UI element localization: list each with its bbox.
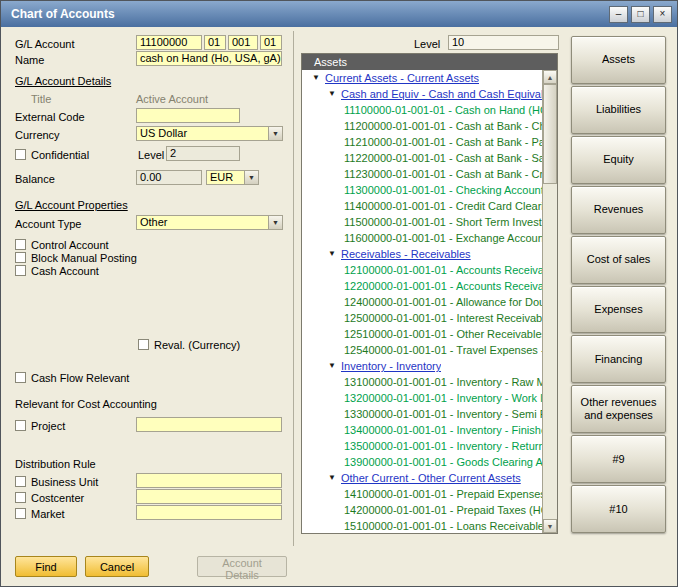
tree-row-label[interactable]: 13400000-01-001-01 - Inventory - Finishe…	[344, 422, 542, 438]
cash-flow-relevant-checkbox[interactable]	[15, 372, 26, 383]
project-input[interactable]	[136, 417, 282, 432]
market-input[interactable]	[136, 505, 282, 520]
tree-row[interactable]: 11300000-01-001-01 - Checking Account Cl…	[302, 182, 542, 198]
tree-row-label[interactable]: 11600000-01-001-01 - Exchange Account (H	[344, 230, 542, 246]
scroll-down-icon[interactable]: ▼	[543, 519, 557, 533]
block-manual-posting-checkbox[interactable]	[15, 252, 26, 263]
tree-row[interactable]: 11400000-01-001-01 - Credit Card Clearin…	[302, 198, 542, 214]
tree-row-label[interactable]: 11210000-01-001-01 - Cash at Bank - Payr…	[344, 134, 542, 150]
tree-row-label[interactable]: 11400000-01-001-01 - Credit Card Clearin…	[344, 198, 542, 214]
tree-row-label[interactable]: 12540000-01-001-01 - Travel Expenses - A…	[344, 342, 542, 358]
tree-row[interactable]: 12200000-01-001-01 - Accounts Receivable…	[302, 278, 542, 294]
tree-row[interactable]: ▼Inventory - Inventory	[302, 358, 542, 374]
business-unit-input[interactable]	[136, 473, 282, 488]
tree-row-label[interactable]: 12100000-01-001-01 - Accounts Receivable…	[344, 262, 542, 278]
tree-row[interactable]: 13500000-01-001-01 - Inventory - Returns…	[302, 438, 542, 454]
tree-row-label[interactable]: 11500000-01-001-01 - Short Term Investme…	[344, 214, 542, 230]
business-unit-checkbox[interactable]	[15, 476, 26, 487]
currency-select[interactable]: US Dollar ▼	[136, 126, 283, 141]
scrollbar-thumb[interactable]	[543, 84, 557, 184]
tree-row[interactable]: 13100000-01-001-01 - Inventory - Raw Mat…	[302, 374, 542, 390]
tree-row[interactable]: 13900000-01-001-01 - Goods Clearing Acco…	[302, 454, 542, 470]
expand-icon[interactable]: ▼	[328, 246, 341, 262]
tree-scrollbar[interactable]: ▲ ▼	[542, 70, 557, 533]
drawer-button[interactable]: Assets	[571, 36, 666, 84]
tree-row[interactable]: 13200000-01-001-01 - Inventory - Work In	[302, 390, 542, 406]
maximize-icon[interactable]: □	[631, 6, 650, 23]
tree-row[interactable]: 11230000-01-001-01 - Cash at Bank - Cred…	[302, 166, 542, 182]
tree-row-label[interactable]: 13300000-01-001-01 - Inventory - Semi Fi…	[344, 406, 542, 422]
tree-row[interactable]: ▼Other Current - Other Current Assets	[302, 470, 542, 486]
tree-row-label[interactable]: 11220000-01-001-01 - Cash at Bank - Savi…	[344, 150, 542, 166]
tree-row[interactable]: 13400000-01-001-01 - Inventory - Finishe…	[302, 422, 542, 438]
minimize-icon[interactable]: –	[609, 6, 628, 23]
tree-row-label[interactable]: 12510000-01-001-01 - Other Receivables (…	[344, 326, 542, 342]
tree-row-label[interactable]: 12500000-01-001-01 - Interest Receivable…	[344, 310, 542, 326]
tree-row[interactable]: 12540000-01-001-01 - Travel Expenses - A…	[302, 342, 542, 358]
tree-row-label[interactable]: 15100000-01-001-01 - Loans Receivable - …	[344, 518, 542, 533]
market-checkbox[interactable]	[15, 508, 26, 519]
cancel-button[interactable]: Cancel	[85, 556, 149, 577]
tree-row[interactable]: 14100000-01-001-01 - Prepaid Expenses (H…	[302, 486, 542, 502]
tree-row-label[interactable]: Current Assets - Current Assets	[325, 70, 479, 86]
tree-row[interactable]: 12510000-01-001-01 - Other Receivables (…	[302, 326, 542, 342]
costcenter-input[interactable]	[136, 489, 282, 504]
tree-row-label[interactable]: Cash and Equiv - Cash and Cash Equivalen…	[341, 86, 542, 102]
drawer-button[interactable]: Other revenues and expenses	[571, 385, 666, 433]
name-input[interactable]: cash on Hand (Ho, USA, gA)	[136, 51, 282, 66]
drawer-button[interactable]: Expenses	[571, 286, 666, 334]
tree-row-label[interactable]: 11200000-01-001-01 - Cash at Bank - Chec…	[344, 118, 542, 134]
balance-currency-select[interactable]: EUR ▼	[206, 170, 259, 185]
tree-row-label[interactable]: 11230000-01-001-01 - Cash at Bank - Cred…	[344, 166, 542, 182]
chevron-down-icon[interactable]: ▼	[268, 216, 282, 229]
tree-row-label[interactable]: 14200000-01-001-01 - Prepaid Taxes (HO, …	[344, 502, 542, 518]
control-account-checkbox[interactable]	[15, 239, 26, 250]
drawer-button[interactable]: Liabilities	[571, 86, 666, 134]
drawer-button[interactable]: #10	[571, 485, 666, 533]
tree-row[interactable]: 15100000-01-001-01 - Loans Receivable - …	[302, 518, 542, 533]
tree-row[interactable]: 11600000-01-001-01 - Exchange Account (H	[302, 230, 542, 246]
expand-icon[interactable]: ▼	[328, 470, 341, 486]
tree-row[interactable]: 11200000-01-001-01 - Cash at Bank - Chec…	[302, 118, 542, 134]
tree-row-label[interactable]: Receivables - Receivables	[341, 246, 471, 262]
project-checkbox[interactable]	[15, 420, 26, 431]
cash-account-checkbox[interactable]	[15, 265, 26, 276]
close-icon[interactable]: ×	[653, 6, 672, 23]
tree-row-label[interactable]: 12200000-01-001-01 - Accounts Receivable…	[344, 278, 542, 294]
account-type-select[interactable]: Other ▼	[136, 215, 283, 230]
tree-row[interactable]: 11210000-01-001-01 - Cash at Bank - Payr…	[302, 134, 542, 150]
drawer-button[interactable]: Revenues	[571, 186, 666, 234]
find-button[interactable]: Find	[15, 556, 77, 577]
tree-row[interactable]: 13300000-01-001-01 - Inventory - Semi Fi…	[302, 406, 542, 422]
expand-icon[interactable]: ▼	[328, 358, 341, 374]
gl-account-segment-3[interactable]: 01	[260, 35, 282, 50]
tree-row-label[interactable]: 12400000-01-001-01 - Allowance for Doubt…	[344, 294, 542, 310]
tree-row-label[interactable]: Inventory - Inventory	[341, 358, 441, 374]
tree-row-label[interactable]: 13900000-01-001-01 - Goods Clearing Acco…	[344, 454, 542, 470]
scroll-up-icon[interactable]: ▲	[543, 70, 557, 84]
tree-row[interactable]: 12400000-01-001-01 - Allowance for Doubt…	[302, 294, 542, 310]
tree-row-label[interactable]: 13200000-01-001-01 - Inventory - Work In	[344, 390, 542, 406]
tree-row[interactable]: ▼Current Assets - Current Assets	[302, 70, 542, 86]
expand-icon[interactable]: ▼	[312, 70, 325, 86]
tree-row-label[interactable]: 13100000-01-001-01 - Inventory - Raw Mat…	[344, 374, 542, 390]
drawer-button[interactable]: #9	[571, 435, 666, 483]
tree-row-label[interactable]: 11100000-01-001-01 - Cash on Hand (HO, U	[344, 102, 542, 118]
tree-row[interactable]: ▼Cash and Equiv - Cash and Cash Equivale…	[302, 86, 542, 102]
tree-row[interactable]: 11500000-01-001-01 - Short Term Investme…	[302, 214, 542, 230]
chevron-down-icon[interactable]: ▼	[268, 127, 282, 140]
tree-row-label[interactable]: Other Current - Other Current Assets	[341, 470, 521, 486]
gl-account-segment-1[interactable]: 01	[204, 35, 226, 50]
tree-row[interactable]: 11100000-01-001-01 - Cash on Hand (HO, U	[302, 102, 542, 118]
gl-account-segment-2[interactable]: 001	[228, 35, 258, 50]
tree-row[interactable]: 11220000-01-001-01 - Cash at Bank - Savi…	[302, 150, 542, 166]
tree-row-label[interactable]: 13500000-01-001-01 - Inventory - Returns…	[344, 438, 542, 454]
tree-row[interactable]: ▼Receivables - Receivables	[302, 246, 542, 262]
drawer-button[interactable]: Financing	[571, 335, 666, 383]
tree-row[interactable]: 14200000-01-001-01 - Prepaid Taxes (HO, …	[302, 502, 542, 518]
reval-currency-checkbox[interactable]	[138, 339, 149, 350]
chevron-down-icon[interactable]: ▼	[244, 171, 258, 184]
drawer-button[interactable]: Cost of sales	[571, 236, 666, 284]
tree-row[interactable]: 12500000-01-001-01 - Interest Receivable…	[302, 310, 542, 326]
tree-row-label[interactable]: 11300000-01-001-01 - Checking Account Cl…	[344, 182, 542, 198]
